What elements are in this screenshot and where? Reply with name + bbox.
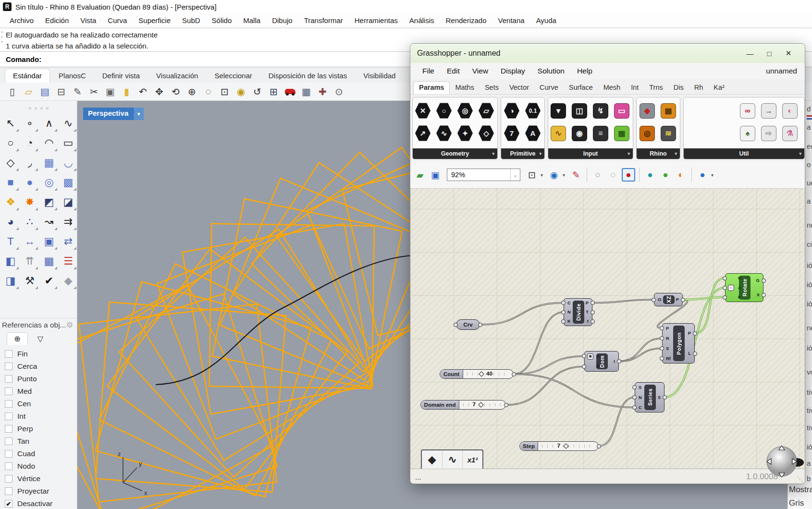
checkbox[interactable]: [5, 350, 12, 358]
toolbar-tab-visualización[interactable]: Visualización: [148, 69, 206, 83]
zoom-selected-icon[interactable]: ◉: [234, 85, 248, 99]
input-nub[interactable]: [561, 310, 566, 315]
ellipse-icon[interactable]: ◔: [20, 133, 39, 153]
chevron-down-icon[interactable]: ⌄: [510, 169, 520, 181]
edit-doc-icon[interactable]: ✎: [70, 85, 85, 99]
cut-icon[interactable]: ✂: [86, 85, 101, 99]
chevron-down-icon[interactable]: ▾: [711, 172, 716, 178]
param-curve-icon[interactable]: ◎: [456, 101, 474, 121]
viewport-layout-icon[interactable]: ⊞: [266, 85, 281, 99]
boolean-toggle-icon[interactable]: ◫: [570, 101, 589, 121]
explode-icon[interactable]: ✸: [20, 192, 39, 212]
minimize-button[interactable]: —: [740, 47, 760, 60]
stone-icon[interactable]: ◆: [59, 271, 78, 291]
output-port-T[interactable]: T: [586, 309, 589, 315]
spiral-icon[interactable]: ◎: [638, 123, 656, 144]
menu-curva[interactable]: Curva: [102, 15, 133, 26]
input-nub[interactable]: [632, 395, 637, 400]
extrude-icon[interactable]: ⇈: [20, 251, 39, 271]
output-port-L[interactable]: L: [688, 351, 691, 356]
mesh-net-icon[interactable]: ▩: [659, 101, 677, 121]
gh-node-polygon[interactable]: PolygonPRSRfPL: [662, 323, 695, 364]
palette-group-label[interactable]: Util▾: [684, 148, 804, 159]
output-port-P[interactable]: P: [688, 330, 691, 336]
param-geometry-icon[interactable]: ✕: [414, 101, 432, 121]
osnap-item-nodo[interactable]: Nodo: [5, 460, 77, 473]
gh-menu-edit[interactable]: Edit: [441, 65, 466, 77]
gh-menu-help[interactable]: Help: [571, 65, 599, 77]
preview-shaded-icon[interactable]: ●: [622, 168, 635, 182]
zoom-level-combobox[interactable]: 92%⌄: [447, 169, 520, 181]
param-integer-icon[interactable]: 7: [503, 123, 521, 144]
scale-icon[interactable]: ↔: [20, 231, 39, 251]
output-port-t[interactable]: t: [587, 318, 589, 324]
ortho-icon[interactable]: ✚: [315, 85, 330, 99]
gh-slider-step[interactable]: Step7: [519, 441, 599, 451]
gh-menu-display[interactable]: Display: [494, 65, 531, 77]
output-port-I[interactable]: I: [614, 359, 615, 364]
output-nub[interactable]: [663, 395, 667, 400]
data-input-icon[interactable]: ⇨: [760, 123, 778, 144]
gh-tab-params[interactable]: Params: [413, 81, 450, 94]
graph-mapper-icon[interactable]: ↯: [591, 101, 610, 121]
data-output-icon[interactable]: →: [760, 101, 778, 121]
input-nub[interactable]: [454, 323, 458, 327]
output-port-P[interactable]: P: [586, 300, 589, 305]
gear-icon[interactable]: ⚙: [66, 320, 73, 329]
road-icon[interactable]: ≋: [659, 123, 677, 144]
gh-tab-rh[interactable]: Rh: [689, 82, 709, 94]
menu-subd[interactable]: SubD: [176, 15, 206, 26]
output-port-P[interactable]: P: [676, 297, 679, 302]
output-nub[interactable]: [512, 372, 516, 376]
checkbox[interactable]: [5, 363, 12, 370]
menu-malla[interactable]: Malla: [237, 15, 266, 26]
palette-group-label[interactable]: Geometry▾: [413, 148, 497, 159]
copy-objects-icon[interactable]: ▣: [39, 231, 59, 251]
menu-superficie[interactable]: Superficie: [133, 15, 176, 26]
input-port-S[interactable]: S: [639, 385, 641, 390]
split-icon[interactable]: ◪: [59, 192, 78, 212]
widget-sketch-icon[interactable]: ∿: [442, 450, 462, 469]
palette-group-label[interactable]: Primitive▾: [501, 148, 544, 159]
orient-icon[interactable]: ⚒: [20, 271, 39, 291]
gh-tab-vector[interactable]: Vector: [504, 82, 534, 94]
zoom-window-icon[interactable]: ◌: [201, 85, 216, 99]
checkbox[interactable]: [5, 475, 12, 483]
chevron-down-icon[interactable]: ▼: [133, 108, 144, 120]
checkbox[interactable]: [5, 487, 12, 495]
toolbar-tab-planosc[interactable]: PlanosC: [51, 69, 94, 83]
undo-view-icon[interactable]: ↺: [250, 85, 265, 99]
menu-archivo[interactable]: Archivo: [4, 15, 39, 26]
gh-tab-maths[interactable]: Maths: [450, 82, 480, 94]
menu-ayuda[interactable]: Ayuda: [530, 15, 562, 26]
checkbox[interactable]: [5, 412, 12, 420]
sphere-orange-icon[interactable]: ◐: [674, 168, 688, 182]
print-icon[interactable]: ⊟: [54, 85, 69, 99]
osnap-item-cerca[interactable]: Cerca: [5, 360, 77, 373]
preview-wireframe-icon[interactable]: ◌: [606, 168, 620, 182]
osnap-item-desactivar[interactable]: ✔Desactivar: [5, 497, 77, 509]
osnap-item-int[interactable]: Int: [5, 410, 77, 423]
maximize-button[interactable]: □: [760, 47, 779, 60]
toolbar-tab-visibilidad[interactable]: Visibilidad: [356, 69, 403, 83]
input-port-G[interactable]: G: [738, 275, 741, 280]
blue-shape-icon[interactable]: ●: [696, 168, 709, 182]
text-icon[interactable]: T: [1, 231, 20, 251]
palette-group-label[interactable]: Rhino▾: [637, 148, 680, 159]
output-nub[interactable]: [681, 298, 685, 302]
toolbar-tab-definir-vista[interactable]: Definir vista: [95, 69, 148, 83]
output-nub[interactable]: [478, 323, 482, 327]
canvas-compass-widget[interactable]: [763, 442, 805, 481]
input-nub[interactable]: [723, 286, 727, 290]
osnap-item-fin[interactable]: Fin: [5, 348, 77, 360]
car-icon[interactable]: [283, 85, 297, 99]
value-list-icon[interactable]: ≡: [591, 123, 610, 144]
select-arrow-icon[interactable]: ↖: [1, 113, 20, 133]
gem-green-icon[interactable]: ●: [659, 168, 672, 182]
gem-pink-icon[interactable]: ◐: [781, 101, 799, 121]
circle-icon[interactable]: ○: [1, 133, 20, 153]
port-modifier-icon[interactable]: ✱: [587, 353, 593, 360]
point-icon[interactable]: ∘: [20, 113, 39, 133]
menu-herramientas[interactable]: Herramientas: [349, 15, 404, 26]
panel-pink-icon[interactable]: ▭: [613, 101, 631, 121]
